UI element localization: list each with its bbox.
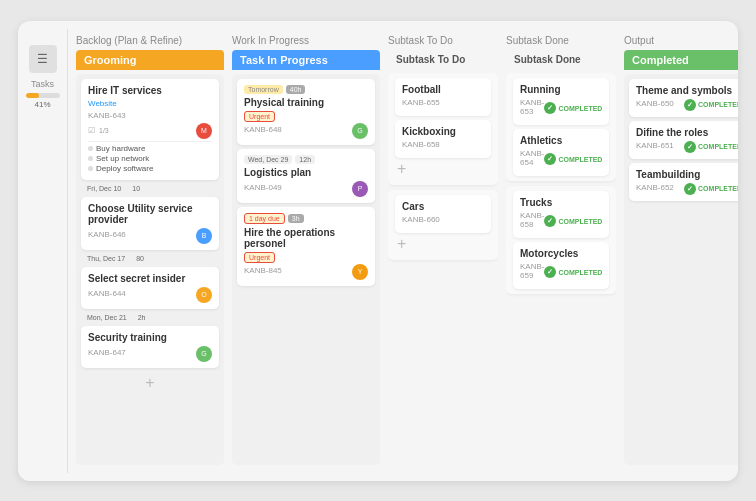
tag-oneday: 1 day due — [244, 213, 285, 224]
col-body-output: Theme and symbols KANB-650 ✓ COMPLETED D… — [624, 74, 738, 465]
card-id: KANB-652 — [636, 183, 674, 192]
col-body-wip: Tomorrow 40h Physical training Urgent KA… — [232, 74, 380, 465]
progress-section: 41% — [26, 93, 60, 109]
column-backlog: Grooming Hire IT services Website KANB-6… — [76, 50, 224, 465]
completed-badge: ✓ COMPLETED — [684, 141, 738, 153]
subtask-done-group-2: Trucks KANB-658 ✓ COMPLETED Motorcycles — [506, 186, 616, 294]
card-title: Athletics — [520, 135, 602, 146]
inline-meta: KANB-648 G — [244, 123, 368, 139]
card-title: Running — [520, 84, 602, 95]
col-title-subtask-done: Subtask Done — [506, 50, 616, 69]
date-tag2: 80 — [132, 254, 148, 263]
card-id: KANB-646 — [88, 230, 126, 239]
completed-badge: ✓ COMPLETED — [544, 153, 602, 165]
completed-badge: ✓ COMPLETED — [544, 102, 602, 114]
inline-meta: KANB-651 ✓ COMPLETED — [636, 141, 738, 153]
menu-icon[interactable]: ☰ — [29, 45, 57, 73]
card-running[interactable]: Running KANB-653 ✓ COMPLETED — [513, 78, 609, 125]
card-id: KANB-648 — [244, 125, 282, 134]
date-row: Fri, Dec 10 10 — [81, 184, 219, 193]
date-tag-time: 2h — [134, 313, 150, 322]
completed-badge: ✓ COMPLETED — [684, 183, 738, 195]
avatar: G — [196, 346, 212, 362]
date-tag: Fri, Dec 10 — [83, 184, 125, 193]
card-title: Security training — [88, 332, 212, 343]
completed-label: COMPLETED — [558, 105, 602, 112]
avatar: O — [196, 287, 212, 303]
col-title-grooming: Grooming — [76, 50, 224, 70]
card-id: KANB-644 — [88, 289, 126, 298]
card-subtitle: Website — [88, 99, 212, 108]
card-kanb-845[interactable]: 1 day due 3h Hire the operations persone… — [237, 207, 375, 286]
card-kanb-647[interactable]: Security training KANB-647 G — [81, 326, 219, 368]
card-football[interactable]: Football KANB-655 — [395, 78, 491, 116]
card-kanb-646[interactable]: Choose Utility service provider KANB-646… — [81, 197, 219, 250]
checklist-icon: ☑ — [88, 126, 95, 135]
card-title: Football — [402, 84, 484, 95]
card-id: KANB-653 — [520, 98, 544, 116]
tag-urgent: Urgent — [244, 252, 275, 263]
tasks-label: Tasks — [31, 79, 54, 89]
card-id: KANB-660 — [402, 215, 484, 224]
completed-label: COMPLETED — [558, 218, 602, 225]
card-title: Kickboxing — [402, 126, 484, 137]
inline-meta: KANB-659 ✓ COMPLETED — [520, 262, 602, 283]
card-id: KANB-658 — [402, 140, 484, 149]
avatar: P — [352, 181, 368, 197]
completed-check-icon: ✓ — [544, 215, 556, 227]
card-motorcycles[interactable]: Motorcycles KANB-659 ✓ COMPLETED — [513, 242, 609, 289]
col-title-subtask-todo: Subtask To Do — [388, 50, 498, 69]
card-athletics[interactable]: Athletics KANB-654 ✓ COMPLETED — [513, 129, 609, 176]
task-row: Buy hardware — [88, 144, 212, 153]
card-theme[interactable]: Theme and symbols KANB-650 ✓ COMPLETED — [629, 79, 738, 117]
card-header-row: Tomorrow 40h — [244, 85, 368, 94]
card-title: Select secret insider — [88, 273, 212, 284]
task-dot — [88, 166, 93, 171]
inline-meta: KANB-845 Y — [244, 264, 368, 280]
tag-hours: 3h — [288, 214, 304, 223]
col-title-wip: Task In Progress — [232, 50, 380, 70]
completed-label: COMPLETED — [698, 143, 738, 150]
card-id: KANB-650 — [636, 99, 674, 108]
card-trucks[interactable]: Trucks KANB-658 ✓ COMPLETED — [513, 191, 609, 238]
date-tag: Mon, Dec 21 — [83, 313, 131, 322]
board-columns: Grooming Hire IT services Website KANB-6… — [68, 50, 738, 473]
card-title: Logistics plan — [244, 167, 368, 178]
task-row: Deploy software — [88, 164, 212, 173]
card-kanb-643[interactable]: Hire IT services Website KANB-643 ☑ 1/3 … — [81, 79, 219, 180]
card-teambuilding[interactable]: Teambuilding KANB-652 ✓ COMPLETED — [629, 163, 738, 201]
card-kanb-644[interactable]: Select secret insider KANB-644 O — [81, 267, 219, 309]
completed-check-icon: ✓ — [684, 99, 696, 111]
time-tag: 12h — [295, 155, 315, 164]
col-header-wip: Work In Progress — [232, 35, 380, 46]
card-header-row: 1 day due 3h — [244, 213, 368, 224]
card-title: Theme and symbols — [636, 85, 738, 96]
card-define-roles[interactable]: Difine the roles KANB-651 ✓ COMPLETED — [629, 121, 738, 159]
card-kanb-049[interactable]: Wed, Dec 29 12h Logistics plan KANB-049 … — [237, 149, 375, 203]
col-body-subtask-todo: Football KANB-655 Kickboxing KANB-658 + … — [388, 73, 498, 465]
task-row: Set up network — [88, 154, 212, 163]
task-dot — [88, 146, 93, 151]
card-id: KANB-658 — [520, 211, 544, 229]
card-id: KANB-643 — [88, 111, 212, 120]
card-id: KANB-651 — [636, 141, 674, 150]
add-card-button[interactable]: + — [143, 372, 156, 394]
card-title: Hire the operations personel — [244, 227, 368, 249]
add-subtask-button2[interactable]: + — [395, 233, 408, 255]
card-kickboxing[interactable]: Kickboxing KANB-658 — [395, 120, 491, 158]
col-header-subtask-todo: Subtask To Do — [388, 35, 498, 46]
completed-badge: ✓ COMPLETED — [684, 99, 738, 111]
card-id: KANB-049 — [244, 183, 282, 192]
subtask-group-1: Football KANB-655 Kickboxing KANB-658 + — [388, 73, 498, 185]
sidebar: ☰ Tasks 41% — [18, 29, 68, 473]
progress-bar-bg — [26, 93, 60, 98]
date-tag2: 10 — [128, 184, 144, 193]
checklist-count: 1/3 — [99, 127, 109, 134]
subtask-group-2: Cars KANB-660 + — [388, 190, 498, 260]
completed-label: COMPLETED — [698, 101, 738, 108]
card-kanb-648[interactable]: Tomorrow 40h Physical training Urgent KA… — [237, 79, 375, 145]
column-wip: Task In Progress Tomorrow 40h Physical t… — [232, 50, 380, 465]
card-cars[interactable]: Cars KANB-660 — [395, 195, 491, 233]
card-id: KANB-845 — [244, 266, 282, 275]
add-subtask-button[interactable]: + — [395, 158, 408, 180]
